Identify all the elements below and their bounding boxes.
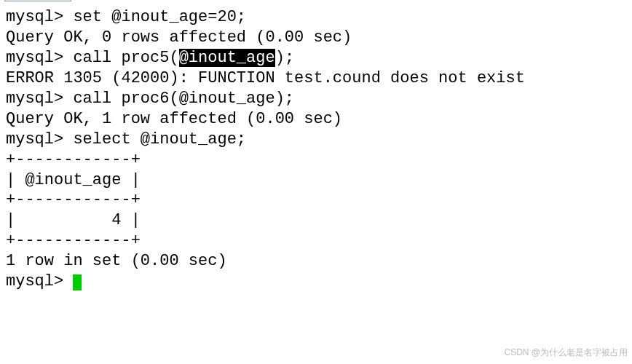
term-line-error: ERROR 1305 (42000): FUNCTION test.cound … xyxy=(6,68,626,89)
cursor-icon xyxy=(73,274,82,290)
term-line: Query OK, 0 rows affected (0.00 sec) xyxy=(6,28,626,48)
selected-text: @inout_age xyxy=(179,49,275,67)
term-line: mysql> set @inout_age=20; xyxy=(6,7,626,28)
tab-stub xyxy=(4,0,71,1)
cmd-set: set @inout_age=20; xyxy=(73,8,246,26)
cmd-call5-pre: call proc5( xyxy=(73,49,178,67)
table-border: +------------+ xyxy=(6,190,626,210)
table-border: +------------+ xyxy=(6,150,626,170)
watermark: CSDN @为什么老是名字被占用 xyxy=(504,347,628,358)
cmd-select: select @inout_age; xyxy=(73,130,246,149)
term-line: Query OK, 1 row affected (0.00 sec) xyxy=(6,109,626,130)
table-border: +------------+ xyxy=(6,231,626,251)
cmd-call6: call proc6(@inout_age); xyxy=(73,90,294,108)
term-line: mysql> select @inout_age; xyxy=(6,130,626,150)
prompt: mysql> xyxy=(6,49,63,67)
table-header: | @inout_age | xyxy=(6,170,626,191)
table-row: | 4 | xyxy=(6,210,626,231)
term-line: mysql> call proc5(@inout_age); xyxy=(6,48,626,68)
mysql-terminal[interactable]: mysql> set @inout_age=20; Query OK, 0 ro… xyxy=(6,7,626,292)
prompt: mysql> xyxy=(6,90,63,108)
prompt: mysql> xyxy=(6,130,63,149)
term-line-prompt: mysql> xyxy=(6,272,626,292)
cmd-call5-post: ); xyxy=(275,49,294,67)
prompt: mysql> xyxy=(6,8,63,26)
prompt: mysql> xyxy=(6,272,63,290)
term-line: 1 row in set (0.00 sec) xyxy=(6,251,626,272)
term-line: mysql> call proc6(@inout_age); xyxy=(6,89,626,109)
